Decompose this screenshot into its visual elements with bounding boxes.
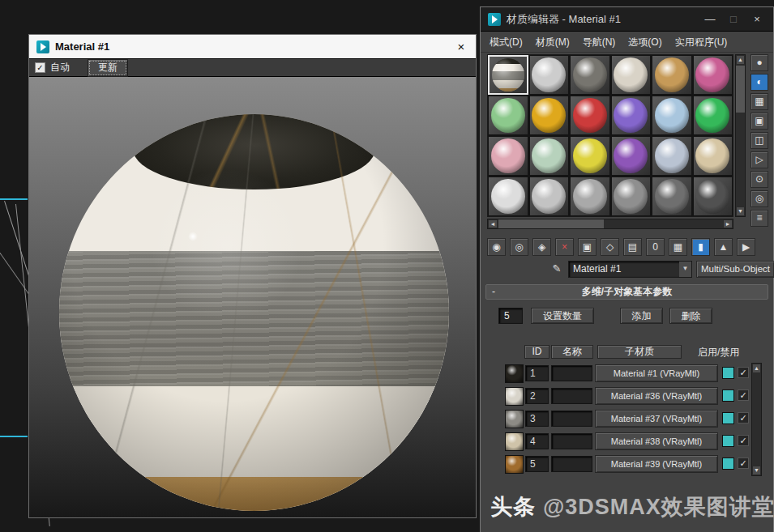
id-column-header[interactable]: ID	[524, 345, 549, 359]
submaterial-thumbnail[interactable]	[505, 387, 524, 406]
sample-slot-5[interactable]	[652, 55, 692, 95]
editor-titlebar[interactable]: 材质编辑器 - Material #1 — □ ×	[481, 7, 773, 32]
background-icon[interactable]: ▦	[750, 93, 768, 110]
sample-slot-13[interactable]	[488, 136, 528, 176]
submaterial-thumbnail[interactable]	[505, 432, 524, 451]
sample-slot-11[interactable]	[652, 96, 692, 135]
menu-item-1[interactable]: 模式(D)	[490, 36, 523, 49]
material-count-field[interactable]: 5	[498, 308, 523, 324]
scroll-thumb[interactable]	[498, 219, 604, 228]
sample-slot-17[interactable]	[652, 136, 692, 176]
scroll-up-icon[interactable]: ▲	[752, 364, 761, 373]
submaterial-enable-checkbox[interactable]: ✓	[738, 435, 749, 446]
list-scrollbar[interactable]: ▲ ▼	[751, 363, 762, 476]
go-parent-icon[interactable]: ▲	[714, 238, 733, 256]
submaterial-name-input[interactable]	[551, 388, 592, 404]
set-number-button[interactable]: 设置数量	[531, 308, 594, 324]
submaterial-name-input[interactable]	[551, 456, 592, 472]
menu-item-3[interactable]: 导航(N)	[583, 36, 616, 49]
collapse-icon[interactable]: -	[492, 285, 495, 299]
add-button[interactable]: 添加	[620, 308, 663, 324]
minimize-icon[interactable]: —	[701, 13, 719, 25]
sample-slot-2[interactable]	[529, 55, 570, 95]
sample-slot-24[interactable]	[693, 177, 733, 216]
get-material-icon[interactable]: ◉	[487, 238, 506, 256]
submaterial-button[interactable]: Material #37 (VRayMtl)	[595, 410, 718, 428]
close-icon[interactable]: ×	[454, 40, 468, 53]
submaterial-thumbnail[interactable]	[505, 410, 524, 428]
sample-slot-4[interactable]	[611, 55, 652, 95]
name-column-header[interactable]: 名称	[551, 345, 593, 359]
menu-item-2[interactable]: 材质(M)	[536, 36, 570, 49]
submaterial-name-input[interactable]	[551, 433, 592, 449]
make-unique-icon[interactable]: ◇	[601, 238, 619, 256]
assign-material-icon[interactable]: ◈	[532, 238, 551, 256]
sample-slot-10[interactable]	[611, 96, 652, 135]
go-sibling-icon[interactable]: ▶	[737, 238, 755, 256]
submaterial-button[interactable]: Material #38 (VRayMtl)	[595, 432, 718, 450]
sample-hscrollbar[interactable]: ◄ ►	[487, 219, 733, 229]
sample-type-icon[interactable]: ●	[750, 54, 768, 71]
submaterial-column-header[interactable]: 子材质	[597, 345, 682, 359]
submaterial-enable-checkbox[interactable]: ✓	[738, 389, 749, 401]
sample-slot-1[interactable]	[488, 55, 528, 95]
material-id-icon[interactable]: 0	[646, 238, 665, 256]
maximize-icon[interactable]: □	[725, 13, 742, 25]
scroll-down-icon[interactable]: ▼	[752, 466, 761, 475]
sample-slot-9[interactable]	[570, 96, 610, 135]
delete-button[interactable]: 删除	[669, 308, 712, 324]
material-name-dropdown[interactable]: Material #1 ▼	[568, 261, 692, 278]
select-by-material-icon[interactable]: ◎	[750, 190, 768, 207]
submaterial-button[interactable]: Material #36 (VRayMtl)	[595, 387, 718, 405]
sample-slot-15[interactable]	[570, 136, 610, 176]
sample-slot-8[interactable]	[529, 96, 570, 135]
scroll-left-icon[interactable]: ◄	[488, 219, 498, 228]
options-icon[interactable]: ⊙	[750, 171, 768, 188]
submaterial-color-swatch[interactable]	[722, 435, 734, 447]
sample-slot-22[interactable]	[611, 177, 652, 216]
put-material-scene-icon[interactable]: ◎	[510, 238, 528, 256]
submaterial-name-input[interactable]	[551, 365, 592, 381]
submaterial-color-swatch[interactable]	[722, 412, 734, 424]
scroll-thumb[interactable]	[736, 66, 745, 113]
submaterial-color-swatch[interactable]	[722, 389, 734, 402]
sample-slot-18[interactable]	[693, 136, 733, 176]
sample-slot-19[interactable]	[488, 177, 528, 216]
sample-slot-20[interactable]	[529, 177, 570, 216]
submaterial-name-input[interactable]	[551, 411, 592, 427]
scroll-down-icon[interactable]: ▼	[736, 206, 745, 216]
sample-uv-tiling-icon[interactable]: ▣	[750, 113, 768, 130]
sample-slot-16[interactable]	[611, 136, 652, 176]
sample-slot-21[interactable]	[570, 177, 610, 216]
make-preview-icon[interactable]: ▷	[750, 151, 768, 168]
submaterial-button[interactable]: Material #39 (VRayMtl)	[595, 455, 718, 473]
rollout-header[interactable]: - 多维/子对象基本参数	[485, 284, 768, 300]
menu-item-5[interactable]: 实用程序(U)	[675, 36, 728, 49]
submaterial-thumbnail[interactable]	[505, 364, 524, 383]
show-end-result-icon[interactable]: ▮	[691, 238, 710, 256]
reset-material-icon[interactable]: ×	[555, 238, 574, 256]
scroll-right-icon[interactable]: ►	[723, 219, 733, 228]
video-color-check-icon[interactable]: ◫	[750, 132, 768, 149]
submaterial-thumbnail[interactable]	[505, 455, 524, 474]
pick-material-icon[interactable]: ✎	[549, 261, 565, 277]
sample-slot-14[interactable]	[529, 136, 570, 176]
preview-window-titlebar[interactable]: Material #1 ×	[29, 35, 476, 58]
make-copy-icon[interactable]: ▣	[578, 238, 597, 256]
auto-update-checkbox[interactable]: ✓	[35, 62, 45, 73]
submaterial-color-swatch[interactable]	[722, 367, 734, 379]
show-map-viewport-icon[interactable]: ▦	[669, 238, 687, 256]
submaterial-enable-checkbox[interactable]: ✓	[738, 458, 749, 469]
put-to-library-icon[interactable]: ▤	[623, 238, 642, 256]
submaterial-enable-checkbox[interactable]: ✓	[738, 412, 749, 423]
sample-slot-3[interactable]	[570, 55, 610, 95]
chevron-down-icon[interactable]: ▼	[679, 262, 691, 277]
material-map-navigator-icon[interactable]: ≡	[750, 210, 768, 227]
material-type-button[interactable]: Multi/Sub-Object	[696, 261, 774, 278]
sample-slot-12[interactable]	[693, 96, 733, 135]
update-button[interactable]: 更新	[88, 59, 128, 77]
sample-slot-7[interactable]	[488, 96, 528, 135]
sample-slot-6[interactable]	[693, 55, 733, 95]
submaterial-color-swatch[interactable]	[722, 458, 734, 470]
close-icon[interactable]: ×	[748, 13, 766, 25]
